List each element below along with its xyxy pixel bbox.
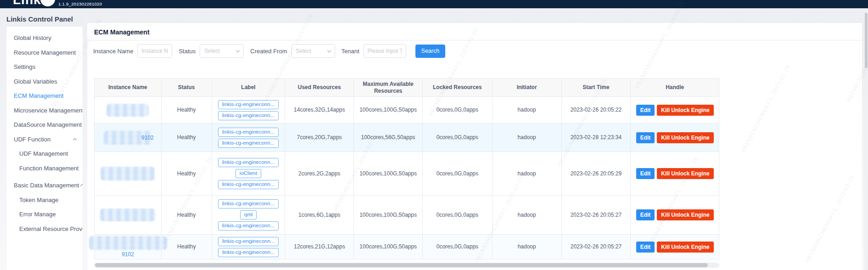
max-available-cell: 100cores,100G,50apps (354, 196, 423, 234)
initiator-cell: hadoop (493, 152, 562, 195)
engine-label-tag: linkis-cg-engineconn... (218, 158, 279, 167)
locked-resources-cell: 0cores,0G,0apps (423, 235, 493, 259)
start-time-cell: 2023-02-26 20:05:22 (562, 97, 631, 123)
status-label: Status (179, 48, 196, 55)
sidebar-item-udf-function[interactable]: UDF Function (6, 132, 83, 147)
handle-cell: Edit Kill Unlock Engine (631, 97, 719, 123)
used-resources-cell: 1cores,6G,1apps (285, 196, 354, 234)
used-resources-cell: 7cores,20G,7apps (285, 124, 354, 152)
status-cell: Healthy (162, 235, 212, 259)
edit-button[interactable]: Edit (636, 168, 655, 179)
sidebar: Global History Resource Management Setti… (6, 27, 83, 270)
sidebar-item-external-resource-provider[interactable]: External Resource Provider (6, 222, 83, 236)
search-button[interactable]: Search (415, 45, 446, 58)
instance-name-link[interactable]: 9102 (141, 134, 154, 141)
handle-cell: Edit Kill Unlock Engine (631, 235, 719, 259)
table-row: Healthy linkis-cg-engineconn... ioClient… (95, 152, 719, 196)
max-available-cell: 100cores,100G,50apps (354, 152, 423, 195)
sidebar-item-ecm-management[interactable]: ECM Management (6, 89, 83, 103)
used-resources-cell: 2cores,2G,2apps (285, 152, 354, 195)
status-cell: Healthy (162, 97, 212, 123)
edit-button[interactable]: Edit (636, 209, 655, 220)
instance-name-cell (95, 152, 162, 195)
status-cell: Healthy (162, 124, 212, 152)
kill-unlock-engine-button[interactable]: Kill Unlock Engine (657, 105, 713, 116)
kill-unlock-engine-button[interactable]: Kill Unlock Engine (657, 168, 713, 179)
instance-name-cell: 9102 (95, 124, 162, 152)
label-cell: linkis-cg-engineconn... linkis-cg-engine… (212, 124, 286, 152)
tenant-label: Tenant (342, 48, 359, 55)
sidebar-item-udf-management[interactable]: UDF Management (6, 146, 83, 161)
chevron-down-icon (236, 48, 240, 52)
edit-button[interactable]: Edit (636, 105, 655, 116)
col-instance-name: Instance Name (95, 79, 162, 96)
initiator-cell: hadoop (493, 124, 562, 152)
handle-cell: Edit Kill Unlock Engine (631, 152, 719, 195)
horizontal-scrollbar[interactable] (94, 263, 719, 268)
start-time-cell: 2023-02-28 12:23:34 (562, 124, 631, 152)
kill-unlock-engine-button[interactable]: Kill Unlock Engine (657, 242, 713, 253)
handle-cell: Edit Kill Unlock Engine (631, 196, 719, 234)
used-resources-cell: 12cores,21G,12apps (286, 235, 354, 259)
engine-label-tag: linkis-cg-engineconn... (218, 128, 279, 137)
sidebar-item-function-management[interactable]: Function Management (6, 161, 83, 176)
engine-label-tag: linkis-cg-engineconn... (218, 248, 279, 257)
locked-resources-cell: 0cores,0G,0apps (423, 97, 493, 123)
used-resources-cell: 14cores,32G,14apps (285, 97, 354, 123)
table-row: 9102 Healthy linkis-cg-engineconn... lin… (95, 235, 719, 259)
sidebar-item-error-manage[interactable]: Error Manage (6, 207, 83, 222)
chevron-down-icon (327, 48, 330, 52)
blurred-instance-name (89, 236, 167, 250)
kill-unlock-engine-button[interactable]: Kill Unlock Engine (657, 209, 713, 220)
status-select[interactable]: Select (200, 44, 244, 58)
sidebar-item-global-history[interactable]: Global History (6, 31, 83, 45)
sidebar-item-microservice-management[interactable]: Microservice Management (6, 103, 83, 118)
ecm-management-card: ECM Management Instance Name Status Sele… (87, 23, 862, 270)
edit-button[interactable]: Edit (636, 242, 655, 253)
edit-button[interactable]: Edit (636, 132, 655, 143)
table-header-row: Instance Name Status Label Used Resource… (95, 79, 719, 97)
horizontal-scrollbar-thumb[interactable] (95, 263, 708, 267)
initiator-cell: hadoop (493, 97, 562, 123)
sidebar-item-global-variables[interactable]: Global Variables (6, 74, 83, 89)
max-available-cell: 100cores,100G,50apps (354, 97, 423, 123)
col-max-available-resources: Maximum Available Resources (354, 79, 423, 96)
col-initiator: Initiator (493, 79, 562, 96)
sidebar-item-datasource-management[interactable]: DataSource Management (6, 118, 83, 132)
instance-name-cell: 9102 (95, 235, 162, 259)
label-cell: linkis-cg-engineconn... qml linkis-cg-en… (212, 196, 286, 234)
label-cell: linkis-cg-engineconn... ioClient linkis-… (212, 152, 286, 195)
handle-cell: Edit Kill Unlock Engine (631, 124, 719, 152)
engine-label-tag: ioClient (235, 169, 261, 178)
kill-unlock-engine-button[interactable]: Kill Unlock Engine (657, 132, 713, 143)
page-title: ECM Management (87, 23, 862, 40)
vertical-scrollbar[interactable] (864, 8, 868, 270)
sidebar-item-basic-data-management[interactable]: Basic Data Management (6, 178, 83, 193)
control-panel-title: Linkis Control Panel (6, 15, 73, 23)
max-available-cell: 100cores,56G,50apps (354, 124, 423, 152)
created-from-label: Created From (250, 48, 287, 55)
status-cell: Healthy (162, 152, 212, 195)
max-available-cell: 100cores,100G,50apps (354, 235, 423, 259)
ecm-table: Instance Name Status Label Used Resource… (94, 78, 719, 259)
engine-label-tag: linkis-cg-engineconn... (218, 221, 279, 231)
sidebar-item-settings[interactable]: Settings (6, 60, 83, 74)
status-cell: Healthy (162, 196, 212, 234)
col-status: Status (162, 79, 212, 96)
locked-resources-cell: 0cores,0G,0apps (423, 152, 493, 195)
locked-resources-cell: 0cores,0G,0apps (423, 196, 493, 234)
vertical-scrollbar-thumb[interactable] (865, 13, 868, 68)
created-from-select[interactable]: Select (291, 44, 335, 58)
top-navbar: Linkis 1.1.9_202302281020 (0, 0, 868, 8)
sidebar-item-token-manage[interactable]: Token Manage (6, 193, 83, 208)
sidebar-item-resource-management[interactable]: Resource Management (6, 45, 83, 60)
instance-name-link[interactable]: 9102 (122, 251, 134, 258)
table-row: Healthy linkis-cg-engineconn... linkis-c… (95, 97, 719, 124)
instance-name-input[interactable] (137, 44, 172, 58)
engine-label-tag: qml (240, 210, 257, 219)
locked-resources-cell: 0cores,0G,0apps (423, 124, 493, 152)
tenant-input[interactable] (364, 44, 406, 58)
blurred-instance-name (100, 208, 155, 221)
filter-bar: Instance Name Status Select Created From… (87, 44, 862, 58)
initiator-cell: hadoop (493, 235, 562, 259)
